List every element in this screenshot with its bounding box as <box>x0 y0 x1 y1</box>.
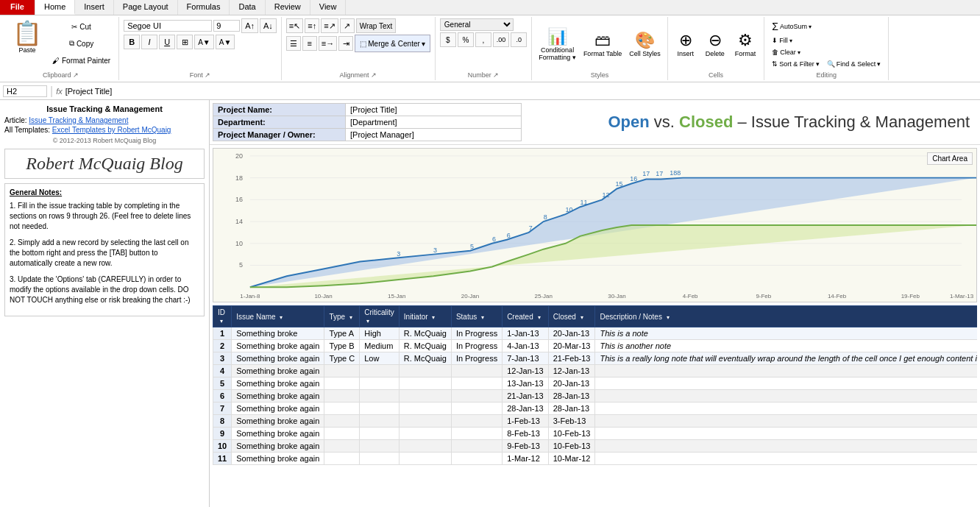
table-cell[interactable] <box>324 403 360 415</box>
table-cell[interactable] <box>324 377 360 390</box>
table-cell[interactable]: Type C <box>324 352 360 365</box>
table-cell[interactable]: 8 <box>213 415 232 428</box>
comma-button[interactable]: , <box>475 32 491 47</box>
table-cell[interactable] <box>360 377 400 390</box>
table-cell[interactable] <box>451 453 502 465</box>
table-cell[interactable] <box>360 390 400 403</box>
paste-button[interactable]: 📋 Paste <box>7 18 47 56</box>
table-cell[interactable]: 10 <box>213 440 232 453</box>
font-color-button[interactable]: A▼ <box>216 35 235 49</box>
table-cell[interactable]: 9 <box>213 428 232 440</box>
font-name-input[interactable] <box>124 20 212 32</box>
increase-font-button[interactable]: A↑ <box>241 18 258 33</box>
templates-link[interactable]: Excel Templates by Robert McQuaig <box>52 126 171 134</box>
table-cell[interactable] <box>595 390 977 403</box>
table-cell[interactable]: In Progress <box>451 327 502 340</box>
table-cell[interactable] <box>595 403 977 415</box>
table-cell[interactable]: 28-Jan-13 <box>548 390 595 403</box>
table-cell[interactable] <box>595 428 977 440</box>
table-cell[interactable]: 12-Jan-13 <box>548 365 595 377</box>
table-cell[interactable] <box>324 415 360 428</box>
table-cell[interactable] <box>399 403 451 415</box>
table-cell[interactable]: Something broke again <box>232 377 324 390</box>
sort-filter-button[interactable]: ⇅ Sort & Filter ▾ <box>769 59 823 69</box>
table-cell[interactable]: In Progress <box>451 352 502 365</box>
table-cell[interactable]: 11 <box>213 453 232 465</box>
table-cell[interactable]: 12-Jan-13 <box>503 365 549 377</box>
table-cell[interactable]: 9-Feb-13 <box>503 440 549 453</box>
table-cell[interactable] <box>399 377 451 390</box>
table-cell[interactable] <box>324 365 360 377</box>
table-cell[interactable]: 5 <box>213 377 232 390</box>
table-cell[interactable] <box>360 415 400 428</box>
table-cell[interactable] <box>399 428 451 440</box>
col-header-created[interactable]: Created ▾ <box>503 306 549 327</box>
fill-color-button[interactable]: A▼ <box>194 35 214 49</box>
align-top-left-button[interactable]: ≡↖ <box>286 18 303 33</box>
article-link[interactable]: Issue Tracking & Management <box>29 116 128 124</box>
table-cell[interactable]: 2 <box>213 340 232 352</box>
table-cell[interactable] <box>595 377 977 390</box>
table-cell[interactable] <box>399 390 451 403</box>
manager-value[interactable]: [Project Manager] <box>346 129 522 141</box>
table-cell[interactable]: Something broke again <box>232 340 324 352</box>
table-cell[interactable] <box>360 453 400 465</box>
table-cell[interactable]: Medium <box>360 340 400 352</box>
table-cell[interactable]: Something broke again <box>232 415 324 428</box>
autosum-button[interactable]: Σ AutoSum ▾ <box>769 19 814 34</box>
table-cell[interactable] <box>595 440 977 453</box>
find-select-button[interactable]: 🔍 Find & Select ▾ <box>824 59 884 69</box>
merge-center-button[interactable]: ⬚ Merge & Center▾ <box>355 35 430 52</box>
tab-view[interactable]: View <box>310 0 347 15</box>
table-cell[interactable] <box>451 390 502 403</box>
formula-input[interactable] <box>65 87 977 96</box>
table-cell[interactable]: Type B <box>324 340 360 352</box>
table-cell[interactable]: 3 <box>213 352 232 365</box>
number-format-select[interactable]: General <box>440 18 514 31</box>
table-cell[interactable]: Something broke again <box>232 453 324 465</box>
table-cell[interactable]: This is another note <box>595 340 977 352</box>
table-cell[interactable]: Low <box>360 352 400 365</box>
table-cell[interactable] <box>399 440 451 453</box>
col-header-issue-name[interactable]: Issue Name ▾ <box>232 306 324 327</box>
table-cell[interactable] <box>595 365 977 377</box>
table-cell[interactable]: 7-Jan-13 <box>503 352 549 365</box>
format-as-table-button[interactable]: 🗃 Format Table <box>581 29 624 60</box>
table-cell[interactable]: In Progress <box>451 340 502 352</box>
table-cell[interactable] <box>360 365 400 377</box>
tab-home[interactable]: Home <box>35 0 75 15</box>
table-cell[interactable]: 4-Jan-13 <box>503 340 549 352</box>
table-cell[interactable]: 21-Jan-13 <box>503 390 549 403</box>
align-top-center-button[interactable]: ≡↑ <box>305 18 319 33</box>
align-top-right-button[interactable]: ≡↗ <box>321 18 338 33</box>
table-cell[interactable]: 10-Mar-12 <box>548 453 595 465</box>
table-cell[interactable] <box>399 453 451 465</box>
tab-formulas[interactable]: Formulas <box>178 0 230 15</box>
col-header-closed[interactable]: Closed ▾ <box>548 306 595 327</box>
table-cell[interactable]: R. McQuaig <box>399 352 451 365</box>
table-cell[interactable]: Something broke again <box>232 440 324 453</box>
table-cell[interactable]: 1-Jan-13 <box>503 327 549 340</box>
indent-button[interactable]: ⇥ <box>338 36 353 51</box>
col-header-id[interactable]: ID ▾ <box>213 306 232 327</box>
clear-button[interactable]: 🗑 Clear ▾ <box>769 47 803 57</box>
table-cell[interactable] <box>360 428 400 440</box>
table-cell[interactable] <box>324 440 360 453</box>
col-header-criticality[interactable]: Criticality ▾ <box>360 306 400 327</box>
table-cell[interactable] <box>399 365 451 377</box>
underline-button[interactable]: U <box>159 35 175 49</box>
table-cell[interactable] <box>451 440 502 453</box>
borders-button[interactable]: ⊞ <box>177 35 193 49</box>
tab-data[interactable]: Data <box>230 0 265 15</box>
insert-button[interactable]: ⊕ Insert <box>672 29 699 60</box>
wrap-text-button[interactable]: Wrap Text <box>356 18 397 33</box>
decrease-font-button[interactable]: A↓ <box>260 18 277 33</box>
table-cell[interactable]: Something broke <box>232 327 324 340</box>
format-painter-button[interactable]: 🖌 Format Painter <box>49 52 114 68</box>
table-cell[interactable] <box>451 428 502 440</box>
align-left-button[interactable]: ☰ <box>286 36 301 51</box>
table-cell[interactable]: 20-Jan-13 <box>548 327 595 340</box>
percent-button[interactable]: % <box>458 32 474 47</box>
table-cell[interactable]: Type A <box>324 327 360 340</box>
copy-button[interactable]: ⧉ Copy <box>49 35 114 52</box>
